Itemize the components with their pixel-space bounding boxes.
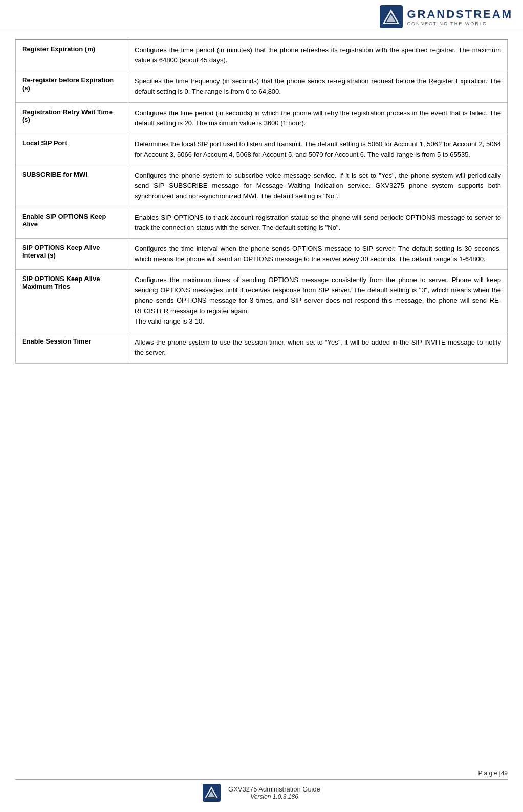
- row-description: Configures the phone system to subscribe…: [128, 165, 508, 207]
- header: GRANDSTREAM CONNECTING THE WORLD: [0, 0, 523, 31]
- row-description: Configures the time period (in minutes) …: [128, 39, 508, 71]
- page-number: P a g e |49: [15, 770, 508, 777]
- row-label: SIP OPTIONS Keep Alive Maximum Tries: [16, 270, 128, 332]
- table-row: SUBSCRIBE for MWIConfigures the phone sy…: [16, 165, 508, 207]
- row-label: SUBSCRIBE for MWI: [16, 165, 128, 207]
- logo-brand-text: GRANDSTREAM: [407, 8, 513, 21]
- logo-tagline-text: CONNECTING THE WORLD: [407, 21, 513, 26]
- logo-text-block: GRANDSTREAM CONNECTING THE WORLD: [407, 8, 513, 26]
- guide-title: GXV3275 Administration Guide: [228, 785, 320, 793]
- row-description: Configures the time interval when the ph…: [128, 238, 508, 269]
- grandstream-logo-icon: [380, 5, 403, 28]
- row-label: SIP OPTIONS Keep Alive Interval (s): [16, 238, 128, 269]
- row-label: Enable SIP OPTIONS Keep Alive: [16, 207, 128, 238]
- table-row: Enable Session TimerAllows the phone sys…: [16, 332, 508, 363]
- row-label: Register Expiration (m): [16, 39, 128, 71]
- footer-area: P a g e |49 GXV3275 Administration Guide…: [0, 762, 523, 812]
- logo-box: GRANDSTREAM CONNECTING THE WORLD: [380, 5, 513, 28]
- row-description: Enables SIP OPTIONS to track account reg…: [128, 207, 508, 238]
- version-text: Version 1.0.3.186: [228, 793, 320, 800]
- table-row: SIP OPTIONS Keep Alive Interval (s)Confi…: [16, 238, 508, 269]
- footer-logo-icon: [203, 784, 221, 802]
- footer-bottom: GXV3275 Administration Guide Version 1.0…: [15, 784, 508, 807]
- row-description: Configures the time period (in seconds) …: [128, 102, 508, 134]
- footer-text-block: GXV3275 Administration Guide Version 1.0…: [228, 785, 320, 800]
- logo-area: GRANDSTREAM CONNECTING THE WORLD: [380, 5, 513, 28]
- page-wrapper: GRANDSTREAM CONNECTING THE WORLD Registe…: [0, 0, 523, 812]
- footer-divider: [15, 779, 508, 780]
- row-description: Specifies the time frequency (in seconds…: [128, 71, 508, 102]
- settings-table: Register Expiration (m)Configures the ti…: [15, 39, 508, 364]
- main-content: Register Expiration (m)Configures the ti…: [0, 31, 523, 762]
- table-row: Enable SIP OPTIONS Keep AliveEnables SIP…: [16, 207, 508, 238]
- row-description: Configures the maximum times of sending …: [128, 270, 508, 332]
- table-row: Registration Retry Wait Time (s)Configur…: [16, 102, 508, 134]
- row-description: Allows the phone system to use the sessi…: [128, 332, 508, 363]
- row-label: Registration Retry Wait Time (s): [16, 102, 128, 134]
- row-description: Determines the local SIP port used to li…: [128, 134, 508, 165]
- row-label: Enable Session Timer: [16, 332, 128, 363]
- table-row: SIP OPTIONS Keep Alive Maximum TriesConf…: [16, 270, 508, 332]
- table-row: Local SIP PortDetermines the local SIP p…: [16, 134, 508, 165]
- table-row: Register Expiration (m)Configures the ti…: [16, 39, 508, 71]
- row-label: Re-register before Expiration (s): [16, 71, 128, 102]
- table-row: Re-register before Expiration (s)Specifi…: [16, 71, 508, 102]
- row-label: Local SIP Port: [16, 134, 128, 165]
